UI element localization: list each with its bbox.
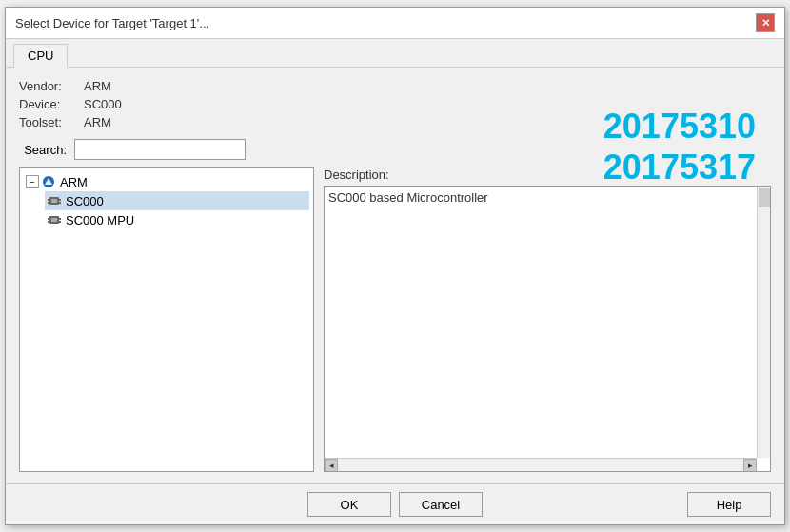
svg-rect-3: [48, 199, 49, 201]
tree-label-sc000mpu: SC000 MPU: [66, 213, 134, 227]
arm-icon: [41, 174, 56, 189]
content-area: Vendor: ARM Device: SC000 Toolset: ARM 2…: [6, 68, 784, 483]
toolset-value: ARM: [84, 115, 424, 129]
title-bar: Select Device for Target 'Target 1'... ✕: [6, 8, 784, 39]
scroll-left-btn[interactable]: ◂: [325, 459, 338, 472]
svg-rect-7: [51, 199, 57, 203]
scroll-right-btn[interactable]: ▸: [743, 459, 757, 472]
tree-children: SC000: [24, 191, 309, 229]
svg-rect-5: [59, 199, 61, 201]
tree-panel[interactable]: − ARM: [19, 167, 314, 472]
tree-label-arm: ARM: [60, 175, 88, 189]
device-label: Device:: [19, 97, 76, 111]
svg-rect-12: [59, 221, 61, 223]
cancel-button[interactable]: Cancel: [399, 492, 483, 517]
close-button[interactable]: ✕: [756, 13, 775, 32]
vertical-scrollbar[interactable]: [757, 187, 770, 458]
sc000-icon: [47, 193, 62, 208]
svg-rect-11: [59, 218, 61, 220]
tree-label-sc000: SC000: [66, 194, 104, 208]
main-panels: − ARM: [19, 167, 771, 472]
search-label: Search:: [19, 143, 67, 157]
vendor-value: ARM: [84, 79, 424, 93]
search-input[interactable]: [74, 139, 246, 160]
horizontal-scrollbar[interactable]: ◂ ▸: [325, 458, 757, 471]
tab-cpu[interactable]: CPU: [13, 44, 68, 68]
dialog-title: Select Device for Target 'Target 1'...: [15, 16, 209, 30]
tree-item-sc000[interactable]: SC000: [45, 191, 309, 210]
description-label: Description:: [324, 167, 771, 182]
tab-bar: CPU: [6, 39, 784, 68]
sc000mpu-icon: [47, 212, 62, 227]
toolset-label: Toolset:: [19, 115, 76, 129]
svg-rect-13: [51, 218, 57, 222]
help-button[interactable]: Help: [687, 492, 771, 517]
info-section: Vendor: ARM Device: SC000 Toolset: ARM: [19, 79, 771, 129]
vendor-label: Vendor:: [19, 79, 76, 93]
svg-rect-6: [59, 202, 61, 204]
footer: OK Cancel Help: [6, 483, 784, 524]
tree-expand-arm[interactable]: −: [26, 175, 39, 188]
scrollbar-thumb: [759, 188, 770, 207]
search-row: Search:: [19, 139, 771, 160]
svg-rect-4: [48, 202, 49, 204]
svg-rect-10: [48, 221, 49, 223]
right-panel: Description: SC000 based Microcontroller…: [324, 167, 771, 472]
device-value: SC000: [84, 97, 424, 111]
dialog: Select Device for Target 'Target 1'... ✕…: [5, 7, 785, 525]
ok-button[interactable]: OK: [307, 492, 391, 517]
tree-item-arm[interactable]: − ARM: [24, 172, 309, 191]
description-box: SC000 based Microcontroller ◂ ▸: [324, 186, 771, 472]
tree-item-sc000mpu[interactable]: SC000 MPU: [45, 210, 309, 229]
svg-rect-9: [48, 218, 49, 220]
footer-buttons: OK Cancel Help: [19, 492, 771, 517]
description-text: SC000 based Microcontroller: [328, 190, 488, 205]
